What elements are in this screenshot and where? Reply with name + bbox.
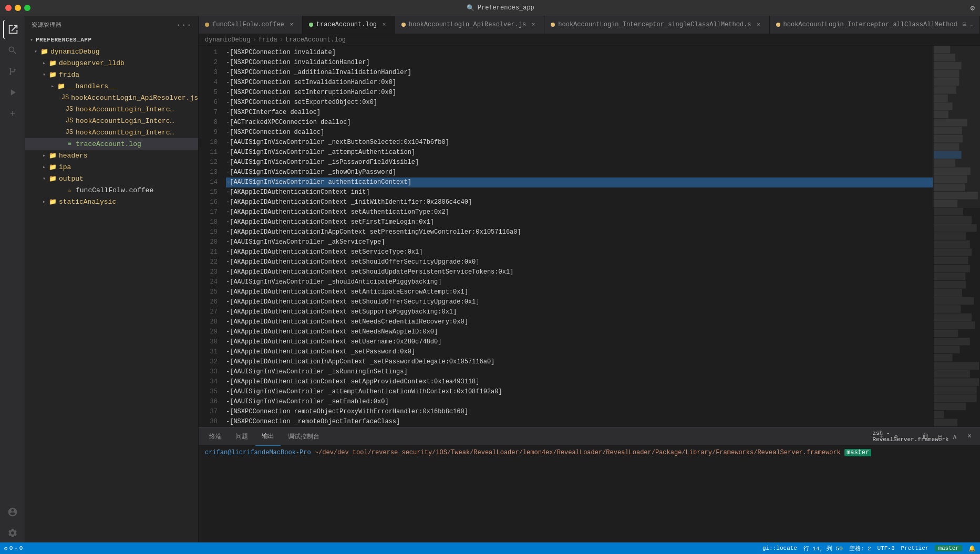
sidebar-item-hook-single-single[interactable]: ▸ JS hookAccountLogin_Interceptor_single… xyxy=(25,127,198,138)
activity-accounts[interactable] xyxy=(3,503,22,521)
sidebar-item-func-call-folw[interactable]: ▸ ☕ funcCallFolw.coffee xyxy=(25,184,198,196)
tree-arrow-dynamicdebug: ▾ xyxy=(32,47,40,56)
folder-icon-frida: 📁 xyxy=(48,70,57,79)
titlebar-title: Preferences_app xyxy=(478,4,534,12)
activity-settings[interactable] xyxy=(3,524,22,542)
statusbar: ⊘ 0 ⚠ 0 gi::locate 行 14, 列 50 空格: 2 UTF-… xyxy=(0,542,980,554)
tab-close-single-all[interactable]: × xyxy=(755,20,763,29)
code-line-30: -[AKAppleIDAuthenticationContext setUser… xyxy=(226,337,933,347)
tab-more-icon[interactable]: … xyxy=(969,21,973,28)
activity-extensions[interactable] xyxy=(3,104,22,123)
panel-close-icon[interactable]: × xyxy=(963,430,976,443)
tab-func-call-folw[interactable]: funcCallFolw.coffee × xyxy=(199,16,303,34)
breadcrumb-part-3[interactable]: traceAccount.log xyxy=(285,36,346,44)
breadcrumb-part-2[interactable]: frida xyxy=(259,36,277,44)
tab-close-trace-account[interactable]: × xyxy=(380,20,388,29)
sidebar-item-output[interactable]: ▾ 📁 output xyxy=(25,173,198,184)
bell-icon: 🔔 xyxy=(968,545,976,552)
sidebar-label-hook-single-all: hookAccountLogin_Interceptor_singleClass… xyxy=(76,117,178,125)
breadcrumb-sep-1: › xyxy=(252,36,256,44)
sidebar-menu-icon[interactable]: ··· xyxy=(176,20,192,30)
sidebar-item-handlers[interactable]: ▸ 📁 __handlers__ xyxy=(25,80,198,92)
tab-hook-api-resolver[interactable]: hookAccountLogin_ApiResolver.js × xyxy=(395,16,544,34)
tab-icon-hook-api xyxy=(401,23,406,27)
window-maximize-button[interactable] xyxy=(24,5,30,11)
sidebar-item-headers[interactable]: ▸ 📁 headers xyxy=(25,150,198,161)
js-icon-single-all: JS xyxy=(65,117,74,125)
status-branch[interactable]: master xyxy=(935,545,962,551)
tab-close-func-call[interactable]: × xyxy=(287,20,296,29)
folder-icon-debugserver: 📁 xyxy=(48,59,57,67)
terminal-prompt: crifan@licrifandeMacBook-Pro xyxy=(205,449,311,456)
panel-tab-terminal[interactable]: 终端 xyxy=(203,427,228,446)
js-icon-all-class: JS xyxy=(65,105,74,113)
sidebar-label-headers: headers xyxy=(59,152,88,160)
sidebar-item-debugserver[interactable]: ▸ 📁 debugserver_lldb xyxy=(25,57,198,69)
folder-icon-handlers: 📁 xyxy=(57,82,65,90)
sidebar-item-hook-single-class-all[interactable]: ▸ JS hookAccountLogin_Interceptor_single… xyxy=(25,115,198,127)
terminal-path: ~/dev/dev_tool/reverse_security/iOS/Twea… xyxy=(315,449,841,456)
sidebar-label-debugserver: debugserver_lldb xyxy=(59,59,125,67)
editor-area: 1234567891011121314151617181920212223242… xyxy=(199,46,980,427)
activity-explorer[interactable] xyxy=(3,20,22,39)
panel-trash-icon[interactable]: 🗑 xyxy=(919,430,932,443)
editor-main: 1234567891011121314151617181920212223242… xyxy=(199,46,933,427)
warning-icon: ⚠ xyxy=(14,545,18,552)
code-line-10: -[AAUISignInViewController _nextButtonSe… xyxy=(226,138,933,148)
tab-hook-all-class-all[interactable]: hookAccountLogin_Interceptor_allClassAll… xyxy=(770,16,980,34)
panel-chevron-up[interactable]: ∧ xyxy=(948,430,961,443)
coffee-icon: ☕ xyxy=(65,186,74,194)
sidebar-item-label-preferences-app: PREFERENCES_APP xyxy=(36,37,92,43)
status-errors[interactable]: ⊘ 0 ⚠ 0 xyxy=(4,545,23,552)
panel-tab-debug[interactable]: 调试控制台 xyxy=(282,427,326,446)
terminal-content: crifan@licrifandeMacBook-Pro ~/dev/dev_t… xyxy=(199,446,980,542)
warning-count: 0 xyxy=(19,545,23,551)
code-line-17: -[AKAppleIDAuthenticationContext setAuth… xyxy=(226,207,933,217)
sidebar-item-ipa[interactable]: ▸ 📁 ipa xyxy=(25,161,198,173)
code-line-3: -[NSXPCConnection _additionalInvalidatio… xyxy=(226,68,933,78)
tab-hook-single-all-method[interactable]: hookAccountLogin_Interceptor_singleClass… xyxy=(544,16,769,34)
panel-zsh-label: zsh - RevealServer.framework xyxy=(904,430,917,443)
sidebar-item-preferences-app[interactable]: ▾ PREFERENCES_APP xyxy=(25,34,198,46)
tab-close-hook-api[interactable]: × xyxy=(529,20,538,29)
tree-arrow-output: ▾ xyxy=(40,174,48,183)
window-minimize-button[interactable] xyxy=(15,5,21,11)
tab-split-icon[interactable]: ⊟ xyxy=(963,20,966,28)
status-encoding[interactable]: UTF-8 xyxy=(878,545,895,551)
breadcrumb-part-1[interactable]: dynamicDebug xyxy=(205,36,250,44)
status-bell[interactable]: 🔔 xyxy=(968,545,976,552)
sidebar-item-hook-all-class-all[interactable]: ▸ JS hookAccountLogin_Interceptor_allCla… xyxy=(25,103,198,115)
sidebar-item-frida[interactable]: ▾ 📁 frida xyxy=(25,69,198,80)
panel-controls: + ⚙ zsh - RevealServer.framework 🗑 ⊟ ∧ × xyxy=(875,430,976,443)
panel-collapse-icon[interactable]: ⊟ xyxy=(934,430,946,443)
code-line-1: -[NSXPCConnection invalidate] xyxy=(226,48,933,58)
sidebar-item-dynamicdebug[interactable]: ▾ 📁 dynamicDebug xyxy=(25,46,198,57)
tree-arrow-headers: ▸ xyxy=(40,151,48,160)
code-line-13: -[AAUISignInViewController _showOnlyPass… xyxy=(226,168,933,177)
sidebar-item-static[interactable]: ▸ 📁 staticAnalysic xyxy=(25,196,198,207)
sidebar-item-hook-api-resolver[interactable]: ▸ JS hookAccountLogin_ApiResolver.js xyxy=(25,92,198,103)
settings-icon[interactable]: ⚙ xyxy=(971,4,975,13)
error-count: 0 xyxy=(9,545,13,551)
panel-tab-output[interactable]: 输出 xyxy=(255,427,281,446)
tab-trace-account[interactable]: traceAccount.log × xyxy=(303,16,395,34)
titlebar-search[interactable]: 🔍 Preferences_app xyxy=(467,4,534,12)
code-line-25: -[AKAppleIDAuthenticationContext setAnti… xyxy=(226,287,933,297)
sidebar-tree: ▾ PREFERENCES_APP ▾ 📁 dynamicDebug ▸ 📁 d… xyxy=(25,34,198,542)
code-content[interactable]: -[NSXPCConnection invalidate]-[NSXPCConn… xyxy=(224,46,933,427)
activity-run[interactable] xyxy=(3,83,22,102)
activity-source-control[interactable] xyxy=(3,62,22,81)
sidebar-item-trace-account[interactable]: ▸ ≡ traceAccount.log xyxy=(25,138,198,150)
panel-tab-problems[interactable]: 问题 xyxy=(229,427,254,446)
window-close-button[interactable] xyxy=(5,5,12,11)
status-position[interactable]: 行 14, 列 50 xyxy=(803,545,843,552)
status-spaces[interactable]: 空格: 2 xyxy=(849,545,871,552)
sidebar-label-handlers: __handlers__ xyxy=(67,82,117,90)
code-line-16: -[AKAppleIDAuthenticationContext _initWi… xyxy=(226,197,933,207)
branch-badge: master xyxy=(935,545,962,551)
status-prettier[interactable]: Prettier xyxy=(901,545,929,551)
activity-search[interactable] xyxy=(3,41,22,60)
status-git[interactable]: gi::locate xyxy=(762,545,797,551)
folder-icon-output: 📁 xyxy=(48,174,57,183)
code-line-22: -[AKAppleIDAuthenticationContext setShou… xyxy=(226,257,933,267)
